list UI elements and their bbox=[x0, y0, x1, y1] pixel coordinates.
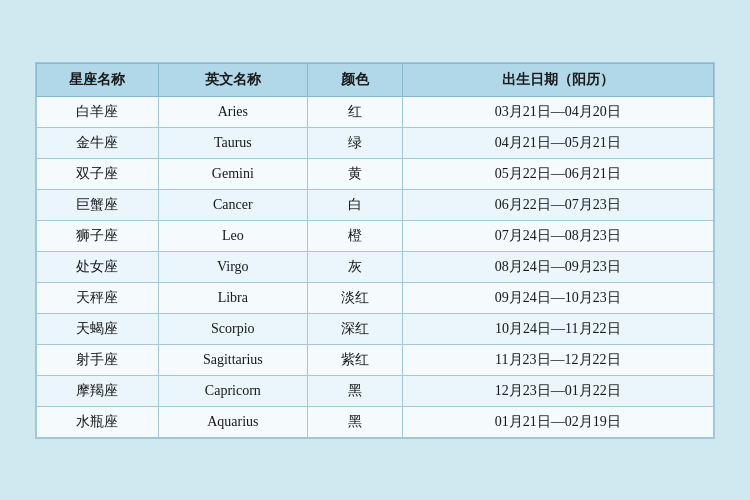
cell-zh: 狮子座 bbox=[37, 220, 159, 251]
cell-color: 白 bbox=[307, 189, 402, 220]
cell-en: Gemini bbox=[158, 158, 307, 189]
cell-date: 04月21日—05月21日 bbox=[402, 127, 713, 158]
cell-date: 11月23日—12月22日 bbox=[402, 344, 713, 375]
cell-color: 黑 bbox=[307, 375, 402, 406]
table-row: 天秤座Libra淡红09月24日—10月23日 bbox=[37, 282, 714, 313]
cell-zh: 天蝎座 bbox=[37, 313, 159, 344]
cell-color: 绿 bbox=[307, 127, 402, 158]
cell-en: Taurus bbox=[158, 127, 307, 158]
zodiac-table-container: 星座名称 英文名称 颜色 出生日期（阳历） 白羊座Aries红03月21日—04… bbox=[35, 62, 715, 439]
cell-zh: 巨蟹座 bbox=[37, 189, 159, 220]
cell-color: 红 bbox=[307, 96, 402, 127]
table-row: 白羊座Aries红03月21日—04月20日 bbox=[37, 96, 714, 127]
table-row: 水瓶座Aquarius黑01月21日—02月19日 bbox=[37, 406, 714, 437]
table-body: 白羊座Aries红03月21日—04月20日金牛座Taurus绿04月21日—0… bbox=[37, 96, 714, 437]
cell-en: Aquarius bbox=[158, 406, 307, 437]
cell-zh: 处女座 bbox=[37, 251, 159, 282]
zodiac-table: 星座名称 英文名称 颜色 出生日期（阳历） 白羊座Aries红03月21日—04… bbox=[36, 63, 714, 438]
header-zh: 星座名称 bbox=[37, 63, 159, 96]
cell-en: Scorpio bbox=[158, 313, 307, 344]
cell-zh: 天秤座 bbox=[37, 282, 159, 313]
cell-color: 淡红 bbox=[307, 282, 402, 313]
table-row: 射手座Sagittarius紫红11月23日—12月22日 bbox=[37, 344, 714, 375]
header-en: 英文名称 bbox=[158, 63, 307, 96]
cell-color: 橙 bbox=[307, 220, 402, 251]
table-row: 双子座Gemini黄05月22日—06月21日 bbox=[37, 158, 714, 189]
cell-date: 12月23日—01月22日 bbox=[402, 375, 713, 406]
cell-date: 10月24日—11月22日 bbox=[402, 313, 713, 344]
cell-date: 01月21日—02月19日 bbox=[402, 406, 713, 437]
cell-date: 06月22日—07月23日 bbox=[402, 189, 713, 220]
cell-en: Aries bbox=[158, 96, 307, 127]
cell-zh: 摩羯座 bbox=[37, 375, 159, 406]
cell-zh: 金牛座 bbox=[37, 127, 159, 158]
table-row: 狮子座Leo橙07月24日—08月23日 bbox=[37, 220, 714, 251]
header-date: 出生日期（阳历） bbox=[402, 63, 713, 96]
table-row: 摩羯座Capricorn黑12月23日—01月22日 bbox=[37, 375, 714, 406]
cell-color: 紫红 bbox=[307, 344, 402, 375]
cell-en: Sagittarius bbox=[158, 344, 307, 375]
cell-color: 灰 bbox=[307, 251, 402, 282]
cell-en: Libra bbox=[158, 282, 307, 313]
cell-en: Cancer bbox=[158, 189, 307, 220]
cell-date: 03月21日—04月20日 bbox=[402, 96, 713, 127]
header-color: 颜色 bbox=[307, 63, 402, 96]
cell-zh: 射手座 bbox=[37, 344, 159, 375]
cell-zh: 双子座 bbox=[37, 158, 159, 189]
table-row: 金牛座Taurus绿04月21日—05月21日 bbox=[37, 127, 714, 158]
cell-color: 黄 bbox=[307, 158, 402, 189]
table-header-row: 星座名称 英文名称 颜色 出生日期（阳历） bbox=[37, 63, 714, 96]
cell-zh: 白羊座 bbox=[37, 96, 159, 127]
cell-en: Virgo bbox=[158, 251, 307, 282]
cell-color: 黑 bbox=[307, 406, 402, 437]
cell-date: 07月24日—08月23日 bbox=[402, 220, 713, 251]
cell-en: Leo bbox=[158, 220, 307, 251]
cell-date: 08月24日—09月23日 bbox=[402, 251, 713, 282]
table-row: 处女座Virgo灰08月24日—09月23日 bbox=[37, 251, 714, 282]
cell-color: 深红 bbox=[307, 313, 402, 344]
table-row: 天蝎座Scorpio深红10月24日—11月22日 bbox=[37, 313, 714, 344]
cell-date: 05月22日—06月21日 bbox=[402, 158, 713, 189]
table-row: 巨蟹座Cancer白06月22日—07月23日 bbox=[37, 189, 714, 220]
cell-zh: 水瓶座 bbox=[37, 406, 159, 437]
cell-date: 09月24日—10月23日 bbox=[402, 282, 713, 313]
cell-en: Capricorn bbox=[158, 375, 307, 406]
